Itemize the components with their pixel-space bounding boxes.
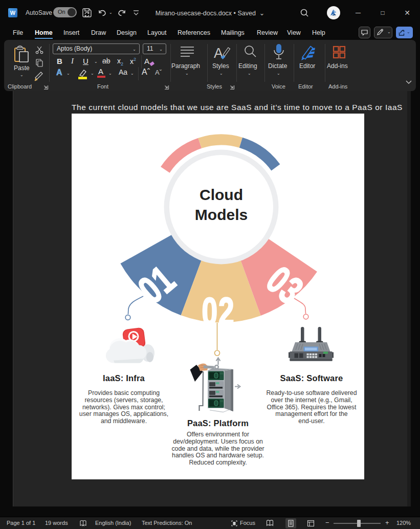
svg-text:02: 02 <box>202 290 235 333</box>
svg-text:Cloud: Cloud <box>200 186 243 203</box>
svg-text:Models: Models <box>195 206 248 223</box>
